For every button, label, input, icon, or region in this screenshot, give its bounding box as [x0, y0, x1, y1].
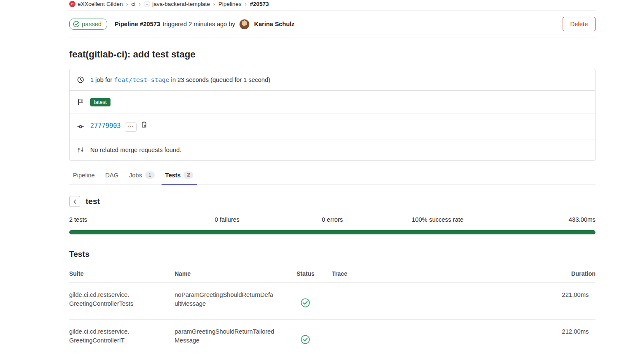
success-rate-progress-track	[69, 230, 595, 234]
breadcrumb-separator: ›	[245, 1, 246, 7]
job-summary-suffix: in 23 seconds (queued for 1 second)	[171, 76, 270, 83]
breadcrumb-separator: ›	[139, 1, 140, 7]
summary-failures: 0 failures	[175, 216, 280, 223]
test-row-suite: gilde.ci.cd.restservice. GreetingControl…	[69, 320, 175, 356]
test-row-name: noParamGreetingShouldReturnDefa ultMessa…	[175, 283, 296, 320]
pipeline-status-badge[interactable]: passed	[69, 19, 107, 30]
merge-request-icon	[77, 147, 84, 153]
test-passed-icon	[301, 335, 310, 344]
pipeline-id-label: Pipeline #20573	[115, 21, 160, 27]
breadcrumb-item-pipelines[interactable]: Pipelines	[218, 1, 242, 7]
page-title: feat(gitlab-ci): add test stage	[69, 49, 595, 60]
latest-badge-row: latest	[70, 90, 595, 114]
breadcrumb-pipeline-id-label: #20573	[250, 1, 269, 7]
commit-sha-link[interactable]: 27779903	[90, 122, 121, 130]
pipeline-status-bar: passed Pipeline #20573 triggered 2 minut…	[69, 11, 595, 38]
test-row-duration: 221.00ms	[549, 283, 595, 320]
pipeline-status-label: passed	[82, 21, 102, 27]
tab-pipeline-label: Pipeline	[73, 172, 95, 179]
column-header-duration: Duration	[549, 265, 595, 283]
triggered-text: triggered 2 minutes ago by	[163, 21, 235, 27]
tab-tests[interactable]: Tests 2	[162, 166, 197, 185]
copy-commit-sha-button[interactable]	[141, 121, 148, 128]
test-row-status	[296, 283, 332, 320]
group-avatar-icon: e	[69, 1, 75, 7]
summary-duration: 433.00ms	[490, 216, 595, 223]
breadcrumb-separator: ›	[213, 1, 215, 7]
test-suite-title: test	[86, 197, 100, 206]
user-avatar[interactable]	[239, 19, 250, 30]
breadcrumb-separator: ›	[126, 1, 128, 7]
breadcrumb: e eXXcellent Gilden › ci › ☕ java-backen…	[69, 0, 595, 11]
breadcrumb-project-label: java-backend-template	[152, 1, 210, 7]
project-avatar-icon: ☕	[144, 1, 150, 7]
breadcrumb-item-project[interactable]: ☕ java-backend-template	[144, 1, 210, 7]
test-row-name: paramGreetingShouldReturnTailored Messag…	[175, 320, 296, 356]
pipeline-tabs: Pipeline DAG Jobs 1 Tests 2	[69, 166, 595, 185]
summary-total-tests: 2 tests	[69, 216, 175, 223]
column-header-status: Status	[296, 265, 332, 283]
clock-icon	[77, 76, 84, 83]
test-row-trace	[332, 320, 549, 356]
commit-info: 27779903 ···	[90, 121, 148, 132]
pipeline-trigger-info: Pipeline #20573 triggered 2 minutes ago …	[115, 19, 295, 30]
tab-dag[interactable]: DAG	[102, 167, 122, 185]
success-rate-progress-bar	[69, 230, 595, 234]
test-passed-icon	[301, 298, 310, 307]
pipeline-info-card: 1 job for feat/test-stage in 23 seconds …	[69, 69, 595, 161]
summary-errors: 0 errors	[280, 216, 385, 223]
pipeline-page: e eXXcellent Gilden › ci › ☕ java-backen…	[69, 0, 595, 356]
tab-tests-count-badge: 2	[183, 171, 193, 179]
breadcrumb-group-label: eXXcellent Gilden	[78, 1, 123, 7]
tab-jobs-label: Jobs	[129, 172, 142, 179]
test-row-trace	[332, 283, 549, 320]
chevron-left-icon	[72, 199, 78, 204]
column-header-trace: Trace	[332, 265, 549, 283]
tab-jobs[interactable]: Jobs 1	[125, 166, 159, 185]
breadcrumb-subgroup-label: ci	[131, 1, 135, 7]
job-summary-text: 1 job for feat/test-stage in 23 seconds …	[90, 76, 270, 83]
test-row-status	[296, 320, 332, 356]
check-circle-icon	[73, 21, 80, 27]
column-header-name: Name	[175, 265, 296, 283]
tab-pipeline[interactable]: Pipeline	[69, 167, 99, 185]
breadcrumb-item-group[interactable]: e eXXcellent Gilden	[69, 1, 123, 7]
job-summary-row: 1 job for feat/test-stage in 23 seconds …	[70, 69, 595, 90]
tests-table: Suite Name Status Trace Duration gilde.c…	[69, 265, 595, 356]
commit-icon	[77, 123, 84, 130]
tests-heading: Tests	[69, 250, 595, 259]
test-suite-header: test	[69, 196, 595, 207]
merge-request-text: No related merge requests found.	[90, 147, 181, 153]
back-button[interactable]	[69, 196, 80, 207]
breadcrumb-pipelines-label: Pipelines	[218, 1, 242, 7]
job-summary-prefix: 1 job for	[90, 76, 112, 83]
tab-jobs-count-badge: 1	[145, 171, 155, 179]
user-name[interactable]: Karina Schulz	[254, 21, 294, 27]
ref-link[interactable]: feat/test-stage	[114, 76, 169, 83]
flag-icon	[77, 99, 84, 106]
commit-row: 27779903 ···	[70, 114, 595, 139]
summary-success-rate: 100% success rate	[385, 216, 490, 223]
breadcrumb-item-subgroup[interactable]: ci	[131, 1, 135, 7]
tab-tests-label: Tests	[165, 172, 181, 179]
test-row-suite: gilde.ci.cd.restservice. GreetingControl…	[69, 283, 175, 320]
clipboard-icon	[141, 121, 148, 128]
merge-request-row: No related merge requests found.	[70, 139, 595, 160]
commit-description-toggle[interactable]: ···	[125, 122, 137, 132]
breadcrumb-item-pipeline-id: #20573	[250, 1, 269, 7]
latest-badge[interactable]: latest	[90, 98, 110, 106]
test-summary: 2 tests 0 failures 0 errors 100% success…	[69, 216, 595, 223]
tab-dag-label: DAG	[105, 172, 119, 179]
delete-button[interactable]: Delete	[563, 17, 595, 31]
test-row-duration: 212.00ms	[549, 320, 595, 356]
column-header-suite: Suite	[69, 265, 175, 283]
